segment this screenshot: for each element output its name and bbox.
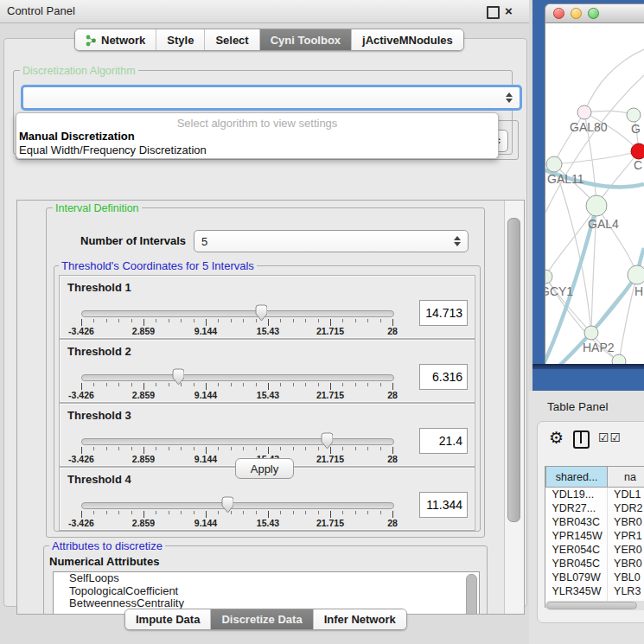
split-columns-icon[interactable] bbox=[573, 430, 590, 449]
network-node-gcy1[interactable] bbox=[545, 270, 552, 284]
table-hscrollbar-thumb[interactable] bbox=[546, 602, 637, 609]
network-edge[interactable] bbox=[584, 49, 644, 112]
column-header-2[interactable]: na bbox=[608, 467, 644, 488]
table-row[interactable]: YBR045CYBR0 bbox=[546, 557, 644, 571]
threshold-value-field[interactable] bbox=[419, 364, 468, 390]
list-scrollbar[interactable] bbox=[466, 574, 477, 615]
tick-mark bbox=[256, 511, 257, 514]
tick-mark bbox=[194, 447, 194, 450]
slider-thumb[interactable] bbox=[220, 496, 233, 513]
tick-label: 21.715 bbox=[316, 326, 344, 336]
network-node-g[interactable] bbox=[627, 108, 641, 122]
network-graph: GAL80GCGAL11GAL4GCY1HHAP2 bbox=[545, 23, 644, 364]
tick-mark bbox=[280, 511, 281, 514]
slider-track[interactable] bbox=[81, 374, 394, 381]
number-of-intervals-combobox[interactable]: 5 bbox=[194, 230, 469, 252]
tick-mark bbox=[355, 511, 356, 514]
tick-mark bbox=[305, 511, 306, 514]
screenshot-root: Control Panel × NetworkStyleSelectCyni T… bbox=[0, 0, 644, 644]
mode-tab-impute-data[interactable]: Impute Data bbox=[125, 609, 211, 629]
tick-mark bbox=[367, 383, 368, 386]
table-hscrollbar-track[interactable] bbox=[545, 601, 644, 610]
table-cell: YDL1 bbox=[608, 488, 644, 502]
network-node-h[interactable] bbox=[628, 265, 644, 284]
slider-thumb[interactable] bbox=[320, 432, 333, 450]
algorithm-combobox[interactable] bbox=[21, 85, 522, 111]
spinner-icon bbox=[506, 92, 513, 103]
tick-label: 9.144 bbox=[194, 390, 217, 400]
tick-mark bbox=[367, 319, 368, 322]
tick-mark bbox=[318, 383, 319, 386]
slider-track[interactable] bbox=[81, 438, 394, 445]
numerical-attributes-label: Numerical Attributes bbox=[47, 555, 162, 568]
tick-mark bbox=[318, 511, 319, 514]
list-item[interactable]: SelfLoops bbox=[54, 572, 479, 585]
tick-mark bbox=[231, 447, 232, 450]
table-cell: YBR0 bbox=[608, 557, 644, 571]
tab-cyni-toolbox[interactable]: Cyni Toolbox bbox=[260, 29, 352, 50]
table-row[interactable]: YBR043CYBR0 bbox=[546, 515, 644, 529]
minimize-traffic-light[interactable] bbox=[571, 8, 582, 19]
tab-label: Select bbox=[215, 34, 248, 47]
tick-label: 28 bbox=[387, 454, 398, 464]
gear-icon[interactable]: ⚙ bbox=[549, 428, 564, 448]
slider-thumb[interactable] bbox=[171, 368, 184, 386]
mode-tab-infer-network[interactable]: Infer Network bbox=[314, 609, 406, 629]
table-row[interactable]: YDL19...YDL1 bbox=[546, 488, 644, 502]
tab-select[interactable]: Select bbox=[205, 29, 259, 50]
table-row[interactable]: YPR145WYPR1 bbox=[546, 529, 644, 543]
threshold-value-field[interactable] bbox=[419, 492, 468, 518]
tick-mark bbox=[131, 511, 132, 514]
menu-item-equal-width-frequency[interactable]: Equal Width/Frequency Discretization bbox=[19, 143, 207, 156]
float-panel-icon[interactable] bbox=[487, 6, 500, 19]
number-of-intervals-value: 5 bbox=[201, 235, 207, 248]
table-cell: YER054C bbox=[546, 543, 608, 557]
table-row[interactable]: YBL079WYBL0 bbox=[546, 571, 644, 584]
tick-mark bbox=[268, 511, 269, 518]
network-node-gal80[interactable] bbox=[577, 105, 591, 119]
settings-scrollbar-track[interactable] bbox=[504, 201, 524, 614]
network-edge[interactable] bbox=[554, 151, 639, 164]
column-header-1[interactable]: shared... bbox=[546, 467, 608, 488]
threshold-value-field[interactable] bbox=[419, 428, 468, 454]
tick-mark bbox=[392, 511, 393, 518]
tab-jactivemnodules[interactable]: jActiveMNodules bbox=[352, 29, 463, 50]
network-edge[interactable] bbox=[596, 206, 637, 275]
network-node-gal11[interactable] bbox=[546, 156, 562, 172]
tick-mark bbox=[206, 383, 207, 390]
network-view-canvas[interactable]: GAL80GCGAL11GAL4GCY1HHAP2 bbox=[545, 23, 644, 364]
list-item[interactable]: TopologicalCoefficient bbox=[54, 585, 479, 598]
zoom-traffic-light[interactable] bbox=[588, 8, 599, 19]
network-node-hap2[interactable] bbox=[584, 326, 598, 340]
network-window-titlebar[interactable] bbox=[545, 3, 644, 23]
threshold-label: Threshold 4 bbox=[67, 473, 131, 486]
slider-track[interactable] bbox=[81, 502, 394, 509]
menu-item-manual-discretization[interactable]: Manual Discretization bbox=[19, 130, 135, 143]
tick-mark bbox=[81, 511, 82, 518]
interval-definition-label: Interval Definition bbox=[53, 202, 142, 214]
tick-label: -3.426 bbox=[68, 326, 94, 336]
tick-mark bbox=[218, 319, 219, 322]
tick-mark bbox=[392, 447, 393, 454]
tick-mark bbox=[218, 447, 219, 450]
tab-network[interactable]: Network bbox=[75, 29, 156, 50]
apply-button[interactable]: Apply bbox=[235, 458, 294, 479]
table-row[interactable]: YDR27...YDR2 bbox=[546, 501, 644, 515]
table-panel-body: ⚙ ☑☑ shared...na YDL19...YDL1YDR27...YDR… bbox=[537, 421, 644, 623]
table-row[interactable]: YER054CYER0 bbox=[546, 543, 644, 557]
tick-mark bbox=[355, 383, 356, 386]
table-row[interactable]: YLR345WYLR3 bbox=[546, 584, 644, 598]
threshold-value-field[interactable] bbox=[419, 300, 468, 326]
tick-mark bbox=[181, 319, 182, 322]
mode-tab-discretize-data[interactable]: Discretize Data bbox=[211, 609, 313, 629]
network-node-gal4[interactable] bbox=[586, 195, 607, 216]
network-node[interactable] bbox=[612, 354, 626, 364]
close-traffic-light[interactable] bbox=[553, 8, 564, 19]
checkbox-icons[interactable]: ☑☑ bbox=[598, 430, 622, 444]
close-icon[interactable]: × bbox=[505, 6, 514, 16]
slider-track[interactable] bbox=[81, 310, 394, 317]
network-node-c[interactable] bbox=[631, 143, 644, 159]
tab-style[interactable]: Style bbox=[156, 29, 205, 50]
slider-thumb[interactable] bbox=[254, 304, 267, 322]
settings-scrollbar-thumb[interactable] bbox=[507, 218, 520, 522]
